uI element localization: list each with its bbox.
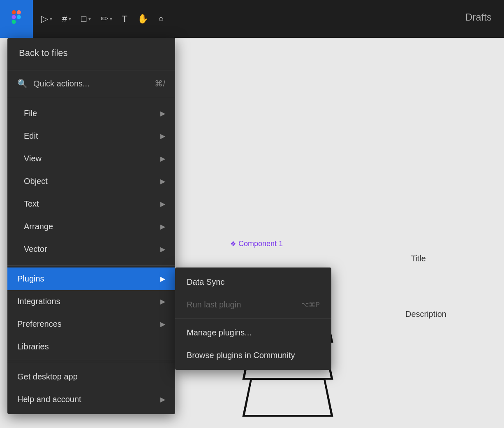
plugins-arrow-icon: ▶ xyxy=(160,275,165,283)
frame-chevron-icon: ▾ xyxy=(69,16,71,22)
plugins-submenu: Data Sync Run last plugin ⌥⌘P Manage plu… xyxy=(175,268,331,370)
move-tool-button[interactable]: ▷ ▾ xyxy=(41,14,52,24)
menu-item-desktop-app[interactable]: Get desktop app xyxy=(7,365,175,388)
svg-rect-1 xyxy=(17,10,21,14)
integrations-label: Integrations xyxy=(17,297,60,306)
canvas-description-label: Description xyxy=(405,309,446,319)
menu-item-libraries[interactable]: Libraries xyxy=(7,335,175,358)
data-sync-label: Data Sync xyxy=(187,277,224,287)
pen-chevron-icon: ▾ xyxy=(110,16,112,22)
run-last-plugin-label: Run last plugin xyxy=(187,300,241,309)
menu-main-items: File ▶ Edit ▶ View ▶ Object ▶ Text ▶ Arr… xyxy=(7,99,175,264)
menu-item-arrange[interactable]: Arrange ▶ xyxy=(7,215,175,238)
vector-label: Vector xyxy=(24,244,47,254)
svg-rect-3 xyxy=(17,15,21,19)
menu-item-plugins[interactable]: Plugins ▶ Data Sync Run last plugin ⌥⌘P … xyxy=(7,268,175,290)
svg-rect-0 xyxy=(12,10,16,14)
submenu-divider-1 xyxy=(175,319,331,319)
quick-actions-item[interactable]: 🔍 Quick actions... ⌘/ xyxy=(7,72,175,95)
component-icon: ❖ xyxy=(230,240,236,248)
back-to-files-label: Back to files xyxy=(19,48,68,58)
shape-chevron-icon: ▾ xyxy=(88,16,91,22)
view-arrow-icon: ▶ xyxy=(160,155,165,163)
arrange-arrow-icon: ▶ xyxy=(160,223,165,230)
main-menu: Back to files 🔍 Quick actions... ⌘/ File… xyxy=(7,38,175,414)
menu-divider-4 xyxy=(7,360,175,360)
component-label: ❖ Component 1 xyxy=(230,240,283,248)
logo-button[interactable] xyxy=(0,0,33,38)
toolbar-tools: ▷ ▾ # ▾ □ ▾ ✏ ▾ T ✋ ○ xyxy=(41,14,496,24)
move-chevron-icon: ▾ xyxy=(50,16,52,22)
file-label: File xyxy=(24,109,37,118)
figma-logo-icon xyxy=(9,10,24,28)
manage-plugins-label: Manage plugins... xyxy=(187,328,252,337)
help-account-label: Help and account xyxy=(17,395,81,404)
menu-item-text[interactable]: Text ▶ xyxy=(7,193,175,215)
menu-item-file[interactable]: File ▶ xyxy=(7,102,175,125)
submenu-manage-plugins[interactable]: Manage plugins... xyxy=(175,321,331,344)
quick-actions-shortcut: ⌘/ xyxy=(155,79,165,88)
submenu-data-sync[interactable]: Data Sync xyxy=(175,271,331,293)
svg-rect-2 xyxy=(12,15,16,19)
integrations-arrow-icon: ▶ xyxy=(160,298,165,305)
shape-tool-button[interactable]: □ ▾ xyxy=(81,14,90,24)
comment-icon: ○ xyxy=(158,14,164,24)
text-icon: T xyxy=(122,14,127,24)
search-icon: 🔍 xyxy=(17,79,28,88)
edit-label: Edit xyxy=(24,131,38,141)
hand-tool-button[interactable]: ✋ xyxy=(137,14,148,24)
menu-divider-2 xyxy=(7,97,175,97)
menu-item-preferences[interactable]: Preferences ▶ xyxy=(7,313,175,335)
file-arrow-icon: ▶ xyxy=(160,109,165,117)
bottom-section: Get desktop app Help and account ▶ xyxy=(7,362,175,414)
quick-actions-label: Quick actions... xyxy=(33,79,90,88)
help-account-arrow-icon: ▶ xyxy=(160,395,165,403)
pen-tool-button[interactable]: ✏ ▾ xyxy=(101,14,112,24)
canvas-title-label: Title xyxy=(411,254,426,263)
comment-tool-button[interactable]: ○ xyxy=(158,14,164,24)
desktop-app-label: Get desktop app xyxy=(17,372,78,381)
rhombus-3 xyxy=(242,379,333,417)
hand-icon: ✋ xyxy=(137,14,148,24)
drafts-label: Drafts xyxy=(465,12,492,23)
text-arrow-icon: ▶ xyxy=(160,200,165,208)
menu-item-view[interactable]: View ▶ xyxy=(7,147,175,170)
menu-item-help-account[interactable]: Help and account ▶ xyxy=(7,388,175,411)
vector-arrow-icon: ▶ xyxy=(160,245,165,253)
submenu-run-last-plugin[interactable]: Run last plugin ⌥⌘P xyxy=(175,293,331,316)
menu-item-edit[interactable]: Edit ▶ xyxy=(7,125,175,147)
libraries-label: Libraries xyxy=(17,342,49,351)
toolbar: ▷ ▾ # ▾ □ ▾ ✏ ▾ T ✋ ○ Drafts xyxy=(0,0,504,38)
menu-item-object[interactable]: Object ▶ xyxy=(7,170,175,193)
shape-icon: □ xyxy=(81,14,86,24)
browse-plugins-label: Browse plugins in Community xyxy=(187,351,295,360)
menu-item-integrations[interactable]: Integrations ▶ xyxy=(7,290,175,313)
component-name: Component 1 xyxy=(238,240,283,248)
back-to-files-item[interactable]: Back to files xyxy=(7,38,175,68)
move-icon: ▷ xyxy=(41,14,48,24)
menu-divider-3 xyxy=(7,265,175,266)
object-label: Object xyxy=(24,177,48,186)
menu-item-vector[interactable]: Vector ▶ xyxy=(7,238,175,261)
arrange-label: Arrange xyxy=(24,222,53,231)
pen-icon: ✏ xyxy=(101,14,108,24)
svg-rect-4 xyxy=(12,20,16,24)
run-last-plugin-shortcut: ⌥⌘P xyxy=(301,301,320,309)
plugins-label: Plugins xyxy=(17,274,44,284)
object-arrow-icon: ▶ xyxy=(160,177,165,185)
preferences-label: Preferences xyxy=(17,319,62,329)
edit-arrow-icon: ▶ xyxy=(160,132,165,140)
frame-icon: # xyxy=(62,14,67,24)
preferences-arrow-icon: ▶ xyxy=(160,320,165,328)
text-label: Text xyxy=(24,199,39,209)
menu-divider-1 xyxy=(7,70,175,70)
frame-tool-button[interactable]: # ▾ xyxy=(62,14,71,24)
submenu-browse-plugins[interactable]: Browse plugins in Community xyxy=(175,344,331,367)
view-label: View xyxy=(24,154,42,163)
text-tool-button[interactable]: T xyxy=(122,14,127,24)
